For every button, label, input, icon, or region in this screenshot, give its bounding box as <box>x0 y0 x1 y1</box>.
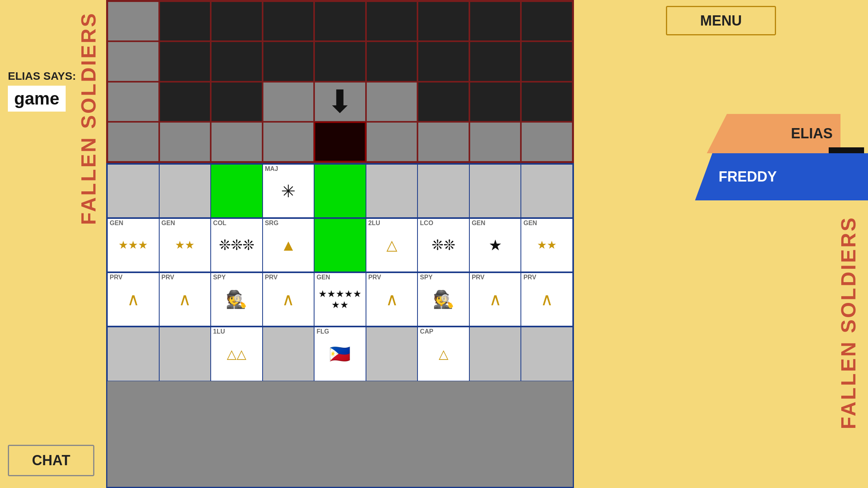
enemy-cell-3-7 <box>469 122 521 162</box>
piece-gen1star[interactable]: GEN ★ <box>469 218 521 272</box>
enemy-cell-1-4 <box>314 41 366 81</box>
piece-2lu[interactable]: 2LU △ <box>366 218 418 272</box>
srg-rank: SRG <box>265 220 279 226</box>
enemy-cell-2-5 <box>366 82 418 122</box>
enemy-cell-0-0 <box>107 1 159 41</box>
1lu-rank: 1LU <box>213 328 225 335</box>
gen5-rank: GEN <box>316 274 330 281</box>
enemy-cell-0-8 <box>521 1 573 41</box>
piece-prv1[interactable]: PRV ∧ <box>107 273 159 326</box>
elias-says-message: game <box>8 86 66 112</box>
piece-1lu[interactable]: 1LU △△ <box>211 327 263 381</box>
maj-row-cell-2[interactable] <box>211 164 263 218</box>
left-panel: FALLEN SOLDIERS ELIAS SAYS: game CHAT <box>0 0 106 488</box>
prv2-rank: PRV <box>162 274 175 281</box>
piece-prv5[interactable]: PRV ∧ <box>469 273 521 326</box>
right-panel: MENU ELIAS 2 FREDDY FALLEN SOLDIERS <box>574 0 868 488</box>
piece-gen2stars-b[interactable]: GEN ★★ <box>521 218 573 272</box>
maj-row-cell-4[interactable] <box>314 164 366 218</box>
chat-button[interactable]: CHAT <box>8 445 94 476</box>
enemy-cell-3-3 <box>263 122 314 162</box>
piece-srg[interactable]: SRG ▲ <box>263 218 314 272</box>
down-arrow-icon: ⬇ <box>327 83 353 120</box>
maj-row-cell-3[interactable]: MAJ ✳ <box>263 164 314 218</box>
piece-lco[interactable]: LCO ❊❊ <box>417 218 469 272</box>
maj-row-cell-1 <box>159 164 211 218</box>
maj-row-cell-8 <box>521 164 573 218</box>
elias-says-label: ELIAS SAYS: <box>8 70 102 83</box>
maj-row: MAJ ✳ <box>107 164 573 218</box>
spy1-icon: 🕵 <box>226 289 247 310</box>
enemy-cell-0-1 <box>159 1 211 41</box>
piece-prv6[interactable]: PRV ∧ <box>521 273 573 326</box>
spy2-rank: SPY <box>420 274 432 281</box>
maj-rank-label: MAJ <box>265 166 278 172</box>
srg-icon: ▲ <box>281 237 296 254</box>
elias-score-tab: ELIAS <box>707 114 840 153</box>
flg-rank: FLG <box>316 328 329 335</box>
enemy-cell-1-2 <box>211 41 263 81</box>
enemy-cell-0-6 <box>417 1 469 41</box>
maj-row-cell-0 <box>107 164 159 218</box>
player-area: MAJ ✳ GEN ★★★ GEN <box>106 163 574 488</box>
enemy-cell-3-1 <box>159 122 211 162</box>
pieces-row2: PRV ∧ PRV ∧ SPY 🕵 PRV <box>107 273 573 327</box>
gen2a-icon: ★★ <box>175 239 195 251</box>
enemy-cell-0-3 <box>263 1 314 41</box>
piece-row3-0 <box>107 327 159 381</box>
piece-spy1[interactable]: SPY 🕵 <box>211 273 263 326</box>
gen2b-icon: ★★ <box>537 239 557 251</box>
prv3-icon: ∧ <box>282 291 294 308</box>
prv5-rank: PRV <box>472 274 485 281</box>
prv4-rank: PRV <box>368 274 381 281</box>
piece-col[interactable]: COL ❊❊❊ <box>211 218 263 272</box>
fallen-soldiers-left-label: FALLEN SOLDIERS <box>77 12 100 225</box>
piece-cap[interactable]: CAP △ <box>417 327 469 381</box>
maj-row-cell-5 <box>366 164 418 218</box>
enemy-cell-2-8 <box>521 82 573 122</box>
piece-flg[interactable]: FLG 🇵🇭 <box>314 327 366 381</box>
enemy-cell-1-1 <box>159 41 211 81</box>
gen1-rank: GEN <box>472 220 485 226</box>
maj-row-cell-7 <box>469 164 521 218</box>
enemy-cell-1-3 <box>263 41 314 81</box>
gen5-icon-row2: ★★ <box>331 299 349 310</box>
elias-says-box: ELIAS SAYS: game <box>8 70 102 112</box>
piece-gen5stars[interactable]: GEN ★★★★★ ★★ <box>314 273 366 326</box>
prv1-rank: PRV <box>110 274 123 281</box>
piece-gen3stars[interactable]: GEN ★★★ <box>107 218 159 272</box>
piece-row3-8 <box>521 327 573 381</box>
maj-piece: ✳ <box>263 165 314 217</box>
enemy-cell-3-8 <box>521 122 573 162</box>
spy2-icon: 🕵 <box>433 289 454 310</box>
enemy-cell-3-6 <box>417 122 469 162</box>
piece-row3-3 <box>263 327 314 381</box>
enemy-cell-3-4 <box>314 122 366 162</box>
gen1-icon: ★ <box>489 237 502 254</box>
freddy-score-label: FREDDY <box>719 169 777 185</box>
maj-row-cell-6 <box>417 164 469 218</box>
enemy-cell-2-4: ⬇ <box>314 82 366 122</box>
flg-icon: 🇵🇭 <box>329 344 351 364</box>
enemy-cell-2-6 <box>417 82 469 122</box>
enemy-cell-1-7 <box>469 41 521 81</box>
piece-prv4[interactable]: PRV ∧ <box>366 273 418 326</box>
cap-icon: △ <box>439 347 449 361</box>
enemy-cell-1-0 <box>107 41 159 81</box>
piece-gen2stars[interactable]: GEN ★★ <box>159 218 211 272</box>
enemy-cell-1-5 <box>366 41 418 81</box>
menu-button[interactable]: MENU <box>666 6 776 35</box>
col-rank: COL <box>213 220 226 226</box>
maj-icon: ✳ <box>281 181 296 201</box>
enemy-cell-2-3 <box>263 82 314 122</box>
spy1-rank: SPY <box>213 274 226 281</box>
enemy-cell-3-5 <box>366 122 418 162</box>
prv2-icon: ∧ <box>178 291 191 308</box>
piece-prv3[interactable]: PRV ∧ <box>263 273 314 326</box>
enemy-cell-2-0 <box>107 82 159 122</box>
enemy-cell-2-7 <box>469 82 521 122</box>
piece-prv2[interactable]: PRV ∧ <box>159 273 211 326</box>
enemy-cell-3-0 <box>107 122 159 162</box>
piece-spy2[interactable]: SPY 🕵 <box>417 273 469 326</box>
piece-green-row1[interactable] <box>314 218 366 272</box>
